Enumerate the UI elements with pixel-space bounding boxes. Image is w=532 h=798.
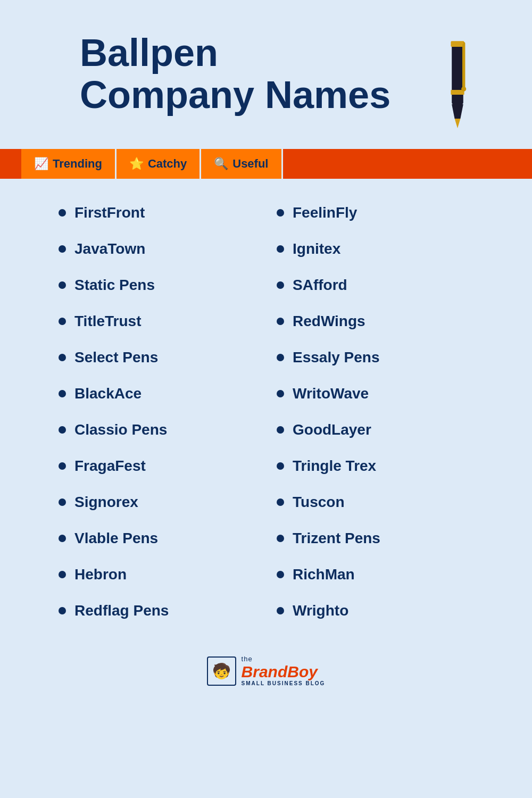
list-item: WritoWave bbox=[271, 376, 489, 412]
tags-bar: 📈 Trending ⭐ Catchy 🔍 Useful bbox=[0, 149, 532, 179]
bullet-icon bbox=[59, 318, 66, 325]
list-item-label: Signorex bbox=[74, 494, 138, 511]
list-item: RedWings bbox=[271, 303, 489, 339]
list-item-label: SAfford bbox=[293, 277, 347, 294]
svg-rect-0 bbox=[452, 42, 463, 104]
bullet-icon bbox=[277, 354, 284, 361]
content-area: FirstFrontJavaTownStatic PensTitleTrustS… bbox=[0, 179, 532, 645]
bullet-icon bbox=[59, 462, 66, 470]
tag-useful[interactable]: 🔍 Useful bbox=[201, 149, 282, 179]
list-item-label: FragaFest bbox=[74, 458, 146, 475]
brand-name: BrandBoy bbox=[242, 663, 326, 680]
list-item: Select Pens bbox=[53, 339, 271, 376]
list-item: GoodLayer bbox=[271, 412, 489, 448]
list-item-label: GoodLayer bbox=[293, 421, 371, 438]
list-item: FeelinFly bbox=[271, 195, 489, 231]
bullet-icon bbox=[59, 390, 66, 397]
list-item-label: Essaly Pens bbox=[293, 349, 379, 366]
list-item: Vlable Pens bbox=[53, 520, 271, 556]
bullet-icon bbox=[277, 498, 284, 506]
catchy-icon: ⭐ bbox=[129, 157, 144, 171]
bullet-icon bbox=[277, 245, 284, 253]
brand-the: the bbox=[242, 655, 326, 663]
svg-rect-3 bbox=[462, 42, 465, 90]
list-item: TitleTrust bbox=[53, 303, 271, 339]
list-item: Wrighto bbox=[271, 593, 489, 629]
bullet-icon bbox=[59, 498, 66, 506]
brand-name-part2: Boy bbox=[287, 663, 318, 680]
tag-catchy-label: Catchy bbox=[148, 157, 187, 171]
right-list-column: FeelinFlyIgnitexSAffordRedWingsEssaly Pe… bbox=[271, 195, 489, 629]
svg-marker-6 bbox=[455, 119, 461, 128]
footer: 🧒 the BrandBoy SMALL BUSINESS BLOG bbox=[0, 645, 532, 708]
tag-trending-label: Trending bbox=[53, 157, 102, 171]
bullet-icon bbox=[277, 571, 284, 578]
list-item-label: RedWings bbox=[293, 313, 365, 330]
bullet-icon bbox=[59, 571, 66, 578]
bullet-icon bbox=[277, 209, 284, 217]
list-item: Ignitex bbox=[271, 231, 489, 267]
list-item-label: TitleTrust bbox=[74, 313, 142, 330]
bullet-icon bbox=[59, 354, 66, 361]
list-item-label: RichMan bbox=[293, 566, 355, 583]
bullet-icon bbox=[59, 245, 66, 253]
title-line1: Ballpen bbox=[80, 31, 218, 74]
list-item: Signorex bbox=[53, 484, 271, 520]
list-item: Trizent Pens bbox=[271, 520, 489, 556]
brand-logo: 🧒 the BrandBoy SMALL BUSINESS BLOG bbox=[207, 655, 326, 686]
trending-icon: 📈 bbox=[34, 157, 48, 171]
list-item: FragaFest bbox=[53, 448, 271, 484]
list-item-label: Wrighto bbox=[293, 602, 348, 619]
list-item: Tringle Trex bbox=[271, 448, 489, 484]
list-item-label: Hebron bbox=[74, 566, 127, 583]
useful-icon: 🔍 bbox=[214, 157, 228, 171]
list-item: RichMan bbox=[271, 556, 489, 593]
left-list-column: FirstFrontJavaTownStatic PensTitleTrustS… bbox=[53, 195, 271, 629]
title-line2: Company Names bbox=[80, 73, 390, 116]
list-item: Essaly Pens bbox=[271, 339, 489, 376]
svg-rect-7 bbox=[452, 42, 463, 45]
tag-red-accent-left bbox=[0, 149, 21, 179]
tag-red-accent-right bbox=[283, 149, 533, 179]
page-title: Ballpen Company Names bbox=[80, 32, 426, 116]
bullet-icon bbox=[277, 535, 284, 542]
header-section: Ballpen Company Names bbox=[0, 0, 532, 144]
list-item-label: BlackAce bbox=[74, 385, 142, 402]
list-item-label: WritoWave bbox=[293, 385, 369, 402]
bullet-icon bbox=[59, 535, 66, 542]
brand-name-part1: Brand bbox=[242, 663, 288, 680]
list-item: JavaTown bbox=[53, 231, 271, 267]
bullet-icon bbox=[277, 607, 284, 614]
pen-icon-container bbox=[426, 32, 489, 133]
list-item-label: JavaTown bbox=[74, 240, 145, 257]
svg-point-4 bbox=[461, 87, 466, 92]
bullet-icon bbox=[277, 318, 284, 325]
bullet-icon bbox=[277, 390, 284, 397]
list-item: Classio Pens bbox=[53, 412, 271, 448]
bullet-icon bbox=[59, 281, 66, 289]
list-item: Static Pens bbox=[53, 267, 271, 303]
pen-icon bbox=[436, 37, 479, 133]
list-item-label: Redflag Pens bbox=[74, 602, 169, 619]
list-item-label: Vlable Pens bbox=[74, 530, 158, 547]
brand-icon: 🧒 bbox=[207, 656, 236, 686]
list-item: BlackAce bbox=[53, 376, 271, 412]
list-item: Hebron bbox=[53, 556, 271, 593]
tag-catchy[interactable]: ⭐ Catchy bbox=[117, 149, 201, 179]
list-item: Redflag Pens bbox=[53, 593, 271, 629]
list-item-label: Tuscon bbox=[293, 494, 344, 511]
list-item-label: Classio Pens bbox=[74, 421, 167, 438]
bullet-icon bbox=[277, 281, 284, 289]
svg-marker-5 bbox=[452, 104, 463, 119]
list-item-label: Select Pens bbox=[74, 349, 158, 366]
brand-subtitle: SMALL BUSINESS BLOG bbox=[242, 680, 326, 686]
list-item-label: Ignitex bbox=[293, 240, 340, 257]
list-item-label: FirstFront bbox=[74, 204, 145, 221]
bullet-icon bbox=[277, 462, 284, 470]
tag-useful-label: Useful bbox=[232, 157, 268, 171]
list-item: SAfford bbox=[271, 267, 489, 303]
list-item: Tuscon bbox=[271, 484, 489, 520]
list-item-label: Static Pens bbox=[74, 277, 155, 294]
list-item-label: Trizent Pens bbox=[293, 530, 380, 547]
tag-trending[interactable]: 📈 Trending bbox=[21, 149, 117, 179]
